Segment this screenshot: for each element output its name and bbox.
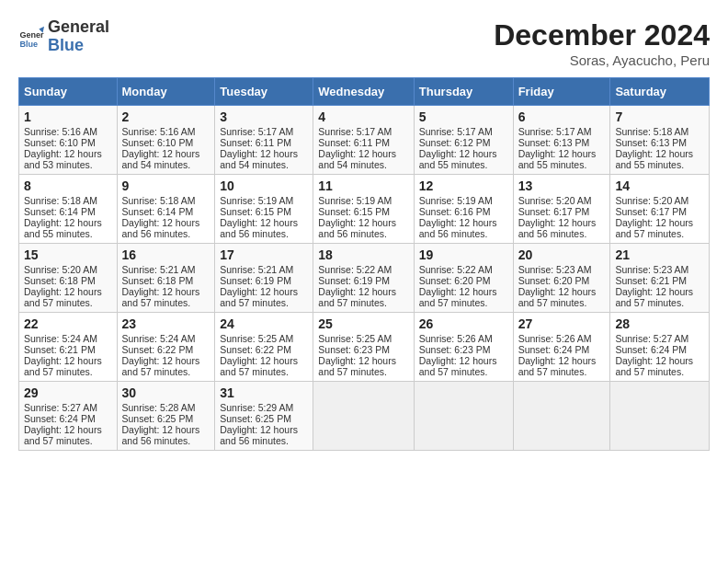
sunset-text: Sunset: 6:23 PM — [318, 344, 408, 355]
calendar-cell: 20Sunrise: 5:23 AMSunset: 6:20 PMDayligh… — [513, 244, 610, 313]
calendar-cell — [414, 382, 513, 451]
logo-line1: General — [48, 18, 109, 37]
sunset-text: Sunset: 6:21 PM — [24, 344, 112, 355]
daylight-text: Daylight: 12 hours and 54 minutes. — [220, 148, 308, 170]
sunset-text: Sunset: 6:20 PM — [419, 275, 508, 286]
sunset-text: Sunset: 6:16 PM — [419, 206, 508, 217]
header-day-thursday: Thursday — [414, 78, 513, 106]
sunset-text: Sunset: 6:21 PM — [615, 275, 704, 286]
day-number: 4 — [318, 109, 408, 124]
calendar-cell: 2Sunrise: 5:16 AMSunset: 6:10 PMDaylight… — [117, 106, 215, 175]
day-number: 26 — [419, 316, 508, 331]
daylight-text: Daylight: 12 hours and 57 minutes. — [318, 355, 408, 377]
calendar-cell: 14Sunrise: 5:20 AMSunset: 6:17 PMDayligh… — [610, 175, 710, 244]
day-number: 10 — [220, 178, 308, 193]
sunrise-text: Sunrise: 5:17 AM — [220, 126, 308, 137]
day-number: 28 — [615, 316, 704, 331]
sunset-text: Sunset: 6:25 PM — [220, 413, 308, 424]
sunset-text: Sunset: 6:17 PM — [518, 206, 606, 217]
sunrise-text: Sunrise: 5:20 AM — [24, 264, 112, 275]
day-number: 3 — [220, 109, 308, 124]
calendar-body: 1Sunrise: 5:16 AMSunset: 6:10 PMDaylight… — [19, 106, 710, 451]
daylight-text: Daylight: 12 hours and 56 minutes. — [122, 424, 210, 446]
day-number: 7 — [615, 109, 704, 124]
header-day-monday: Monday — [117, 78, 215, 106]
day-number: 23 — [122, 316, 210, 331]
sunrise-text: Sunrise: 5:22 AM — [318, 264, 408, 275]
calendar-cell: 7Sunrise: 5:18 AMSunset: 6:13 PMDaylight… — [610, 106, 710, 175]
header-day-tuesday: Tuesday — [215, 78, 313, 106]
day-number: 15 — [24, 247, 112, 262]
daylight-text: Daylight: 12 hours and 57 minutes. — [220, 355, 308, 377]
calendar-week-row: 8Sunrise: 5:18 AMSunset: 6:14 PMDaylight… — [19, 175, 710, 244]
daylight-text: Daylight: 12 hours and 57 minutes. — [518, 355, 606, 377]
logo-icon: General Blue — [18, 24, 44, 50]
sunrise-text: Sunrise: 5:18 AM — [615, 126, 704, 137]
sunrise-text: Sunrise: 5:18 AM — [122, 195, 210, 206]
day-number: 19 — [419, 247, 508, 262]
calendar-week-row: 1Sunrise: 5:16 AMSunset: 6:10 PMDaylight… — [19, 106, 710, 175]
day-number: 14 — [615, 178, 704, 193]
sunset-text: Sunset: 6:15 PM — [220, 206, 308, 217]
calendar-week-row: 15Sunrise: 5:20 AMSunset: 6:18 PMDayligh… — [19, 244, 710, 313]
sunset-text: Sunset: 6:24 PM — [518, 344, 606, 355]
day-number: 5 — [419, 109, 508, 124]
location-subtitle: Soras, Ayacucho, Peru — [494, 52, 710, 68]
daylight-text: Daylight: 12 hours and 54 minutes. — [318, 148, 408, 170]
calendar-cell: 22Sunrise: 5:24 AMSunset: 6:21 PMDayligh… — [19, 313, 118, 382]
calendar-cell — [513, 382, 610, 451]
sunrise-text: Sunrise: 5:19 AM — [419, 195, 508, 206]
daylight-text: Daylight: 12 hours and 57 minutes. — [419, 355, 508, 377]
daylight-text: Daylight: 12 hours and 55 minutes. — [419, 148, 508, 170]
header: General Blue General Blue December 2024 … — [18, 18, 710, 68]
day-number: 24 — [220, 316, 308, 331]
daylight-text: Daylight: 12 hours and 55 minutes. — [615, 148, 704, 170]
sunrise-text: Sunrise: 5:26 AM — [518, 333, 606, 344]
daylight-text: Daylight: 12 hours and 57 minutes. — [24, 424, 112, 446]
daylight-text: Daylight: 12 hours and 57 minutes. — [419, 286, 508, 308]
daylight-text: Daylight: 12 hours and 57 minutes. — [615, 217, 704, 239]
daylight-text: Daylight: 12 hours and 57 minutes. — [220, 286, 308, 308]
calendar-cell: 16Sunrise: 5:21 AMSunset: 6:18 PMDayligh… — [117, 244, 215, 313]
calendar-cell: 13Sunrise: 5:20 AMSunset: 6:17 PMDayligh… — [513, 175, 610, 244]
sunrise-text: Sunrise: 5:20 AM — [518, 195, 606, 206]
calendar-cell: 10Sunrise: 5:19 AMSunset: 6:15 PMDayligh… — [215, 175, 313, 244]
sunrise-text: Sunrise: 5:16 AM — [122, 126, 210, 137]
calendar-cell: 15Sunrise: 5:20 AMSunset: 6:18 PMDayligh… — [19, 244, 118, 313]
daylight-text: Daylight: 12 hours and 57 minutes. — [615, 355, 704, 377]
daylight-text: Daylight: 12 hours and 57 minutes. — [122, 355, 210, 377]
sunrise-text: Sunrise: 5:24 AM — [24, 333, 112, 344]
sunset-text: Sunset: 6:12 PM — [419, 137, 508, 148]
day-number: 31 — [220, 385, 308, 400]
title-area: December 2024 Soras, Ayacucho, Peru — [494, 18, 710, 68]
calendar-cell: 21Sunrise: 5:23 AMSunset: 6:21 PMDayligh… — [610, 244, 710, 313]
sunrise-text: Sunrise: 5:23 AM — [518, 264, 606, 275]
calendar-cell: 31Sunrise: 5:29 AMSunset: 6:25 PMDayligh… — [215, 382, 313, 451]
calendar-cell: 18Sunrise: 5:22 AMSunset: 6:19 PMDayligh… — [313, 244, 414, 313]
calendar-cell: 4Sunrise: 5:17 AMSunset: 6:11 PMDaylight… — [313, 106, 414, 175]
calendar-cell: 24Sunrise: 5:25 AMSunset: 6:22 PMDayligh… — [215, 313, 313, 382]
daylight-text: Daylight: 12 hours and 56 minutes. — [419, 217, 508, 239]
daylight-text: Daylight: 12 hours and 57 minutes. — [615, 286, 704, 308]
sunset-text: Sunset: 6:10 PM — [122, 137, 210, 148]
calendar-cell: 19Sunrise: 5:22 AMSunset: 6:20 PMDayligh… — [414, 244, 513, 313]
day-number: 29 — [24, 385, 112, 400]
sunset-text: Sunset: 6:11 PM — [220, 137, 308, 148]
day-number: 30 — [122, 385, 210, 400]
daylight-text: Daylight: 12 hours and 55 minutes. — [518, 148, 606, 170]
day-number: 18 — [318, 247, 408, 262]
calendar-week-row: 22Sunrise: 5:24 AMSunset: 6:21 PMDayligh… — [19, 313, 710, 382]
day-number: 11 — [318, 178, 408, 193]
day-number: 17 — [220, 247, 308, 262]
calendar-cell: 8Sunrise: 5:18 AMSunset: 6:14 PMDaylight… — [19, 175, 118, 244]
sunset-text: Sunset: 6:24 PM — [615, 344, 704, 355]
sunset-text: Sunset: 6:22 PM — [220, 344, 308, 355]
sunrise-text: Sunrise: 5:29 AM — [220, 402, 308, 413]
day-number: 27 — [518, 316, 606, 331]
sunrise-text: Sunrise: 5:21 AM — [220, 264, 308, 275]
sunrise-text: Sunrise: 5:17 AM — [518, 126, 606, 137]
calendar-cell: 25Sunrise: 5:25 AMSunset: 6:23 PMDayligh… — [313, 313, 414, 382]
sunset-text: Sunset: 6:17 PM — [615, 206, 704, 217]
daylight-text: Daylight: 12 hours and 53 minutes. — [24, 148, 112, 170]
daylight-text: Daylight: 12 hours and 54 minutes. — [122, 148, 210, 170]
